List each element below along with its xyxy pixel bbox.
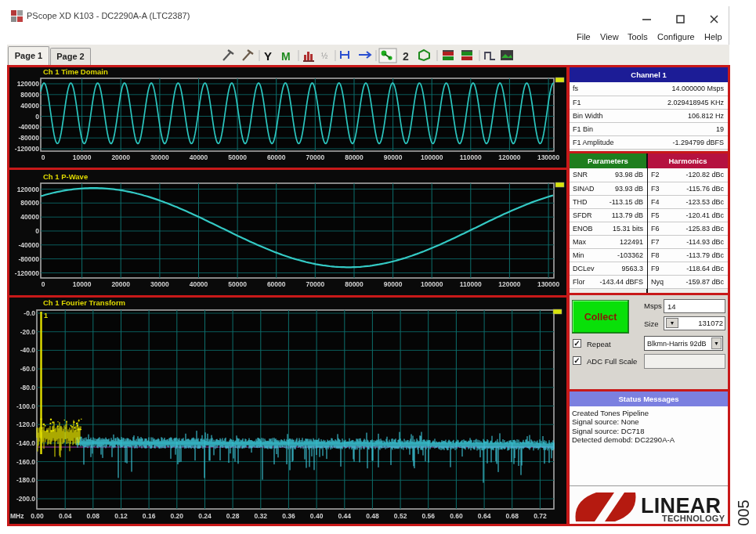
svg-text:0.56: 0.56 xyxy=(421,512,435,520)
svg-text:0.04: 0.04 xyxy=(59,512,72,520)
svg-text:0.40: 0.40 xyxy=(310,512,324,520)
svg-text:Y: Y xyxy=(264,49,272,63)
svg-text:-120000: -120000 xyxy=(15,145,39,153)
svg-text:70000: 70000 xyxy=(306,280,324,288)
svg-text:110000: 110000 xyxy=(460,280,482,288)
svg-text:-60.0: -60.0 xyxy=(20,365,36,373)
svg-text:10000: 10000 xyxy=(73,280,92,288)
svg-text:0.48: 0.48 xyxy=(366,512,379,520)
svg-text:130000: 130000 xyxy=(537,153,560,161)
svg-text:20000: 20000 xyxy=(111,153,130,161)
svg-text:120000: 120000 xyxy=(17,186,40,193)
svg-text:120000: 120000 xyxy=(498,153,521,161)
svg-text:80000: 80000 xyxy=(345,153,364,161)
svg-text:1: 1 xyxy=(44,312,48,319)
svg-text:0.00: 0.00 xyxy=(31,512,44,520)
svg-text:0.60: 0.60 xyxy=(450,512,463,520)
svg-text:50000: 50000 xyxy=(228,280,247,288)
svg-text:0.72: 0.72 xyxy=(534,512,547,520)
svg-text:40000: 40000 xyxy=(20,213,39,221)
svg-text:40000: 40000 xyxy=(190,153,208,161)
svg-text:0: 0 xyxy=(35,113,39,121)
svg-text:0.20: 0.20 xyxy=(171,512,184,520)
svg-text:90000: 90000 xyxy=(384,280,403,288)
svg-text:-40.0: -40.0 xyxy=(20,346,36,354)
svg-text:80000: 80000 xyxy=(20,199,39,207)
svg-text:-40000: -40000 xyxy=(19,241,40,249)
svg-text:-120.0: -120.0 xyxy=(16,420,35,428)
svg-text:0.28: 0.28 xyxy=(226,512,240,520)
svg-text:80000: 80000 xyxy=(345,280,364,288)
svg-text:130000: 130000 xyxy=(537,280,560,288)
svg-text:0.08: 0.08 xyxy=(87,512,100,520)
svg-text:-200.0: -200.0 xyxy=(16,495,35,503)
svg-text:0.32: 0.32 xyxy=(255,512,268,520)
svg-text:100000: 100000 xyxy=(421,153,443,161)
svg-text:0.24: 0.24 xyxy=(198,512,212,520)
svg-text:M: M xyxy=(281,50,291,63)
svg-text:-100.0: -100.0 xyxy=(16,402,35,410)
svg-text:TECHNOLOGY: TECHNOLOGY xyxy=(662,514,725,523)
svg-text:110000: 110000 xyxy=(460,153,482,161)
svg-text:-0.0: -0.0 xyxy=(24,309,35,317)
svg-text:0.68: 0.68 xyxy=(505,512,519,520)
svg-text:-40000: -40000 xyxy=(19,123,40,131)
svg-text:0.52: 0.52 xyxy=(394,512,407,520)
svg-text:0.64: 0.64 xyxy=(478,512,491,520)
svg-text:60000: 60000 xyxy=(267,153,286,161)
svg-text:30000: 30000 xyxy=(150,280,169,288)
svg-text:100000: 100000 xyxy=(421,280,443,288)
svg-text:½: ½ xyxy=(321,52,328,60)
svg-text:Ch 1 Time Domain: Ch 1 Time Domain xyxy=(43,67,108,76)
svg-text:50000: 50000 xyxy=(228,153,247,161)
svg-text:0: 0 xyxy=(35,227,39,235)
svg-text:0.44: 0.44 xyxy=(338,512,352,520)
svg-text:-80000: -80000 xyxy=(19,134,40,142)
svg-text:0.12: 0.12 xyxy=(114,512,128,520)
svg-text:60000: 60000 xyxy=(267,280,286,288)
svg-text:-20.0: -20.0 xyxy=(20,328,36,336)
svg-text:-80.0: -80.0 xyxy=(20,384,36,391)
svg-text:Ch 1 P-Wave: Ch 1 P-Wave xyxy=(43,172,88,181)
svg-text:90000: 90000 xyxy=(384,153,403,161)
svg-text:Ch 1 Fourier Transform: Ch 1 Fourier Transform xyxy=(43,298,125,307)
svg-text:120000: 120000 xyxy=(17,80,40,88)
svg-text:-140.0: -140.0 xyxy=(16,439,35,447)
svg-text:-160.0: -160.0 xyxy=(16,458,35,466)
svg-text:MHz: MHz xyxy=(10,512,24,520)
svg-text:120000: 120000 xyxy=(498,280,521,288)
svg-text:0: 0 xyxy=(42,280,45,288)
svg-text:80000: 80000 xyxy=(20,91,39,99)
svg-text:-180.0: -180.0 xyxy=(16,476,35,484)
svg-text:-120000: -120000 xyxy=(15,269,39,277)
svg-text:10000: 10000 xyxy=(73,153,92,161)
svg-text:30000: 30000 xyxy=(150,153,169,161)
svg-text:2: 2 xyxy=(403,50,409,63)
svg-text:0.16: 0.16 xyxy=(143,512,156,520)
svg-text:20000: 20000 xyxy=(111,280,130,288)
svg-text:40000: 40000 xyxy=(190,280,208,288)
svg-text:40000: 40000 xyxy=(20,102,39,110)
svg-text:0.36: 0.36 xyxy=(282,512,295,520)
svg-text:0: 0 xyxy=(42,153,45,161)
svg-text:-80000: -80000 xyxy=(19,255,40,263)
svg-text:70000: 70000 xyxy=(306,153,324,161)
